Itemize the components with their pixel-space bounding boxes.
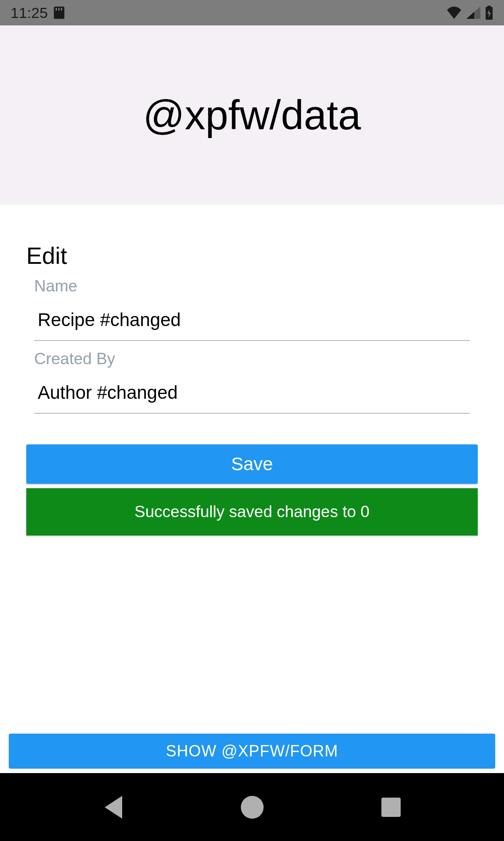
sd-card-icon (54, 7, 64, 19)
form-group-created-by: Created By (26, 350, 478, 414)
cellular-signal-icon (466, 7, 480, 19)
status-left: 11:25 (11, 4, 64, 21)
wifi-icon (446, 7, 462, 19)
save-button[interactable]: Save (26, 444, 478, 484)
nav-home-button[interactable] (240, 795, 264, 820)
name-input[interactable] (34, 306, 470, 341)
android-nav-bar (0, 773, 504, 841)
home-circle-icon (241, 796, 264, 819)
status-bar: 11:25 (0, 0, 504, 25)
main-content: Edit Name Created By Save Successfully s… (0, 205, 504, 773)
app-header: @xpfw/data (0, 25, 504, 205)
form-group-name: Name (26, 277, 478, 341)
nav-back-button[interactable] (101, 795, 126, 820)
nav-recent-button[interactable] (379, 795, 403, 820)
back-triangle-icon (105, 796, 122, 819)
svg-rect-0 (487, 6, 491, 7)
created-by-input[interactable] (34, 379, 470, 414)
section-title-edit: Edit (26, 242, 478, 269)
bottom-section: SHOW @XPFW/FORM (26, 729, 478, 773)
recent-square-icon (381, 798, 401, 817)
created-by-label: Created By (34, 350, 470, 368)
app-title: @xpfw/data (143, 92, 361, 139)
show-form-button[interactable]: SHOW @XPFW/FORM (9, 734, 495, 769)
battery-charging-icon (485, 6, 493, 20)
success-message: Successfully saved changes to 0 (134, 503, 370, 521)
status-right (446, 6, 493, 20)
status-time: 11:25 (11, 4, 48, 21)
success-banner: Successfully saved changes to 0 (26, 488, 478, 536)
name-label: Name (34, 277, 470, 295)
